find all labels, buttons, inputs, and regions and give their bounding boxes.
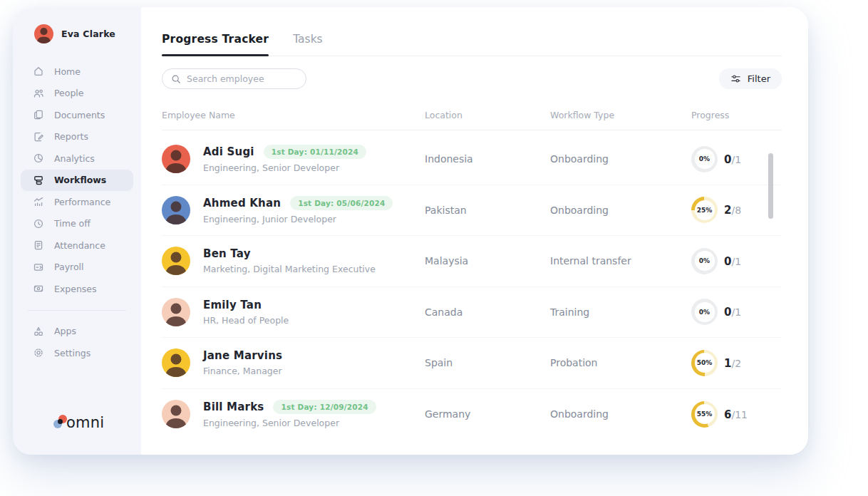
column-header-workflow-type: Workflow Type [550, 110, 691, 120]
progress-cell: 0% 0/1 [691, 299, 782, 325]
employee-cell: Adi Sugi 1st Day: 01/11/2024 Engineering… [162, 145, 425, 173]
user-name: Eva Clarke [61, 29, 115, 39]
user-profile[interactable]: Eva Clarke [13, 24, 141, 43]
progress-ring: 55% [691, 401, 718, 428]
progress-percent: 0% [699, 155, 710, 162]
omni-logo-icon [53, 413, 67, 430]
vertical-scrollbar[interactable] [768, 153, 773, 219]
tabs-bar: Progress Tracker Tasks [162, 7, 782, 56]
progress-percent: 25% [697, 207, 713, 214]
sidebar-item-workflows[interactable]: Workflows [21, 170, 133, 192]
sidebar-item-label: Performance [54, 197, 110, 207]
table-row[interactable]: Ben Tay Marketing, Digital Marketing Exe… [162, 236, 782, 287]
sidebar-item-time-off[interactable]: Time off [21, 213, 133, 235]
progress-fraction: 0/1 [724, 305, 741, 319]
employee-name: Bill Marks [203, 401, 264, 413]
sidebar-item-analytics[interactable]: Analytics [21, 148, 133, 170]
progress-cell: 50% 1/2 [691, 350, 782, 376]
sidebar-item-label: Expenses [54, 284, 97, 294]
tab-progress-tracker[interactable]: Progress Tracker [162, 33, 269, 56]
table-header: Employee Name Location Workflow Type Pro… [162, 110, 782, 130]
time-off-icon [33, 218, 44, 229]
sidebar-item-label: Analytics [54, 153, 95, 164]
sidebar-item-home[interactable]: Home [21, 61, 133, 83]
progress-ring: 25% [691, 197, 718, 223]
sidebar-item-reports[interactable]: Reports [21, 126, 133, 148]
progress-ring: 0% [691, 248, 718, 274]
main-panel: Progress Tracker Tasks Filter Employee N… [141, 7, 808, 455]
sidebar-item-payroll[interactable]: Payroll [21, 257, 133, 279]
workflow-type-cell: Probation [550, 357, 691, 368]
table-row[interactable]: Emily Tan HR, Head of People Canada Trai… [162, 287, 782, 339]
sidebar-item-label: Documents [54, 110, 105, 120]
progress-cell: 55% 6/11 [691, 401, 782, 428]
employee-avatar [162, 145, 190, 173]
table-row[interactable]: Adi Sugi 1st Day: 01/11/2024 Engineering… [162, 134, 782, 185]
first-day-badge: 1st Day: 12/09/2024 [273, 400, 376, 414]
progress-percent: 55% [697, 410, 713, 418]
table-row[interactable]: Bill Marks 1st Day: 12/09/2024 Engineeri… [162, 389, 782, 440]
employee-role: Engineering, Junior Developer [203, 214, 393, 224]
sidebar-divider [28, 310, 126, 311]
search-input[interactable] [187, 73, 297, 84]
sidebar-item-people[interactable]: People [21, 83, 133, 105]
sidebar-item-label: Time off [54, 218, 91, 229]
search-box[interactable] [162, 68, 306, 89]
sidebar-item-label: Reports [54, 131, 88, 142]
sidebar-item-expenses[interactable]: Expenses [21, 278, 133, 300]
workflow-type-cell: Internal transfer [550, 255, 691, 267]
filter-sliders-icon [730, 73, 741, 84]
progress-cell: 0% 0/1 [691, 248, 782, 274]
progress-percent: 0% [699, 257, 710, 264]
workflow-type-cell: Onboarding [550, 153, 691, 165]
sidebar-item-documents[interactable]: Documents [21, 104, 133, 126]
employee-name: Emily Tan [203, 299, 262, 311]
progress-ring: 50% [691, 350, 718, 376]
sidebar-item-attendance[interactable]: Attendance [21, 234, 133, 257]
progress-fraction: 0/1 [724, 254, 741, 268]
tab-tasks[interactable]: Tasks [293, 33, 323, 56]
column-header-location: Location [425, 110, 550, 120]
employee-cell: Jane Marvins Finance, Manager [162, 348, 425, 377]
documents-icon [33, 109, 44, 120]
progress-fraction: 2/8 [724, 203, 741, 217]
sidebar-item-label: People [54, 88, 84, 98]
omni-logo: omni [13, 413, 141, 455]
employee-avatar [162, 348, 190, 377]
sidebar-item-label: Settings [54, 348, 91, 358]
progress-percent: 0% [699, 309, 710, 316]
sidebar-item-apps[interactable]: Apps [21, 321, 133, 343]
employee-cell: Ahmed Khan 1st Day: 05/06/2024 Engineeri… [162, 196, 425, 224]
performance-icon [33, 196, 44, 207]
progress-ring: 0% [691, 146, 718, 172]
sidebar-item-label: Attendance [54, 240, 105, 251]
user-avatar [34, 24, 53, 43]
employee-role: Engineering, Senior Developer [203, 418, 376, 428]
progress-fraction: 0/1 [724, 153, 741, 166]
employee-cell: Emily Tan HR, Head of People [162, 298, 425, 326]
employee-avatar [162, 196, 190, 224]
filter-button[interactable]: Filter [719, 68, 782, 89]
location-cell: Indonesia [425, 153, 550, 165]
employee-avatar [162, 247, 190, 275]
location-cell: Malaysia [425, 255, 550, 267]
employee-cell: Bill Marks 1st Day: 12/09/2024 Engineeri… [162, 400, 425, 428]
progress-percent: 50% [697, 359, 713, 366]
sidebar-item-performance[interactable]: Performance [21, 191, 133, 213]
sidebar-nav: Home People Documents Reports Analytics … [13, 61, 141, 300]
location-cell: Pakistan [425, 205, 550, 216]
settings-icon [33, 347, 44, 358]
progress-fraction: 1/2 [724, 356, 741, 370]
location-cell: Germany [425, 408, 550, 420]
employee-avatar [162, 298, 190, 326]
apps-icon [33, 326, 44, 337]
sidebar-item-settings[interactable]: Settings [21, 342, 133, 364]
first-day-badge: 1st Day: 01/11/2024 [264, 145, 366, 159]
first-day-badge: 1st Day: 05/06/2024 [290, 196, 393, 210]
home-icon [33, 66, 44, 77]
table-row[interactable]: Jane Marvins Finance, Manager Spain Prob… [162, 338, 782, 389]
sidebar-footer-nav: Apps Settings [13, 321, 141, 364]
payroll-icon [33, 262, 44, 273]
table-row[interactable]: Ahmed Khan 1st Day: 05/06/2024 Engineeri… [162, 185, 782, 237]
attendance-icon [33, 239, 44, 251]
